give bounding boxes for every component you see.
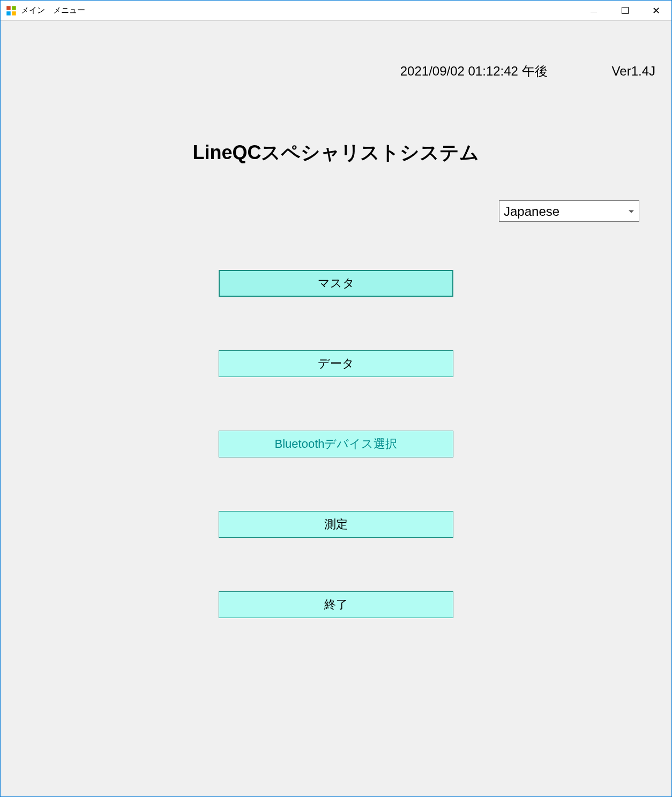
svg-rect-2 bbox=[6, 11, 11, 16]
measure-button[interactable]: 測定 bbox=[219, 511, 453, 538]
datetime-label: 2021/09/02 01:12:42 午後 bbox=[400, 63, 548, 80]
bluetooth-button[interactable]: Bluetoothデバイス選択 bbox=[219, 431, 453, 457]
main-window: メイン メニュー ✕ 2021/09/02 01:12:42 午後 Ver1.4… bbox=[0, 0, 672, 797]
language-select-wrap: Japanese bbox=[499, 200, 639, 222]
client-area: 2021/09/02 01:12:42 午後 Ver1.4J LineQCスペシ… bbox=[1, 21, 671, 796]
language-select[interactable]: Japanese bbox=[499, 200, 639, 222]
maximize-button[interactable] bbox=[609, 1, 640, 20]
data-button[interactable]: データ bbox=[219, 350, 453, 377]
top-info: 2021/09/02 01:12:42 午後 Ver1.4J bbox=[400, 63, 655, 80]
version-label: Ver1.4J bbox=[612, 64, 655, 79]
master-button[interactable]: マスタ bbox=[219, 270, 453, 297]
app-icon bbox=[6, 5, 17, 16]
titlebar: メイン メニュー ✕ bbox=[1, 1, 671, 21]
menu-buttons: マスタ データ Bluetoothデバイス選択 測定 終了 bbox=[219, 270, 453, 618]
svg-rect-3 bbox=[12, 11, 16, 16]
window-title: メイン メニュー bbox=[21, 5, 85, 16]
window-controls: ✕ bbox=[578, 1, 671, 20]
close-button[interactable]: ✕ bbox=[640, 1, 671, 20]
exit-button[interactable]: 終了 bbox=[219, 591, 453, 618]
svg-rect-1 bbox=[12, 6, 16, 10]
minimize-button[interactable] bbox=[578, 1, 609, 20]
svg-rect-0 bbox=[6, 6, 11, 10]
app-title: LineQCスペシャリストシステム bbox=[1, 140, 671, 166]
